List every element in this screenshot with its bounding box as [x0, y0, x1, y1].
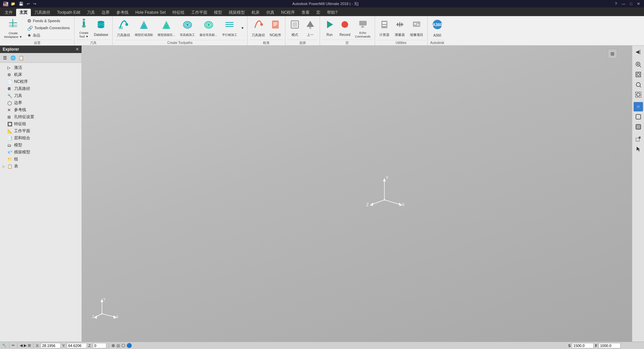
tab-home[interactable]: 主页	[16, 9, 31, 16]
tree-item-machine[interactable]: ⚙ 机床	[0, 71, 82, 78]
zoom-selected-btn[interactable]	[634, 80, 643, 89]
zoom-fit-btn[interactable]	[634, 90, 643, 99]
tree-item-workplane[interactable]: 📐 工作平面	[0, 128, 82, 135]
select-box-btn[interactable]	[634, 134, 643, 144]
tab-toolpath-edit[interactable]: Toolpath Edit	[54, 9, 84, 16]
create-workplane-button[interactable]: CreateWorkplane ▼	[2, 17, 24, 39]
inspect-group-label: 检查	[250, 40, 283, 45]
explorer-list-view[interactable]: ☰	[1, 54, 9, 61]
explorer-globe-view[interactable]: 🌐	[9, 54, 17, 61]
viewport[interactable]: ⊞ Y X Z	[82, 46, 632, 342]
maximize-btn[interactable]: □	[629, 2, 634, 6]
parallel-finish-button[interactable]: 平行精加工	[220, 17, 239, 39]
tree-item-group[interactable]: 📁 组	[0, 156, 82, 163]
quick-redo[interactable]: ↪	[32, 2, 37, 6]
mode-button[interactable]: 模式	[287, 17, 302, 39]
help-btn[interactable]: ?	[613, 2, 618, 6]
create-tool-button[interactable]: CreateTool ▼	[76, 17, 91, 39]
echo-commands-button[interactable]: EchoCommands	[353, 17, 373, 39]
feature-setup-label: 孔特征设置	[14, 114, 34, 120]
tab-model[interactable]: 模型	[211, 9, 225, 16]
zoom-model-btn[interactable]	[634, 70, 643, 79]
tab-machine[interactable]: 机床	[248, 9, 263, 16]
model-rest-button[interactable]: 模型残留区...	[156, 17, 177, 39]
explorer-clipboard[interactable]: 📋	[17, 54, 25, 61]
status-arrow-left[interactable]: ◀	[20, 343, 22, 348]
database-button[interactable]: Database	[92, 17, 110, 39]
status-arrow-right[interactable]: ▶	[24, 343, 26, 348]
toolpath-inspect-button[interactable]: 刀具路径	[250, 17, 267, 39]
tab-residual-model[interactable]: 残留模型	[225, 9, 248, 16]
quick-open[interactable]: 📁	[10, 2, 16, 6]
tab-boundary[interactable]: 边界	[98, 9, 113, 16]
tree-item-toolpath[interactable]: 🛠 刀具路径	[0, 85, 82, 92]
tree-item-feature-group[interactable]: 🔲 特征组	[0, 120, 82, 128]
wireframe-view-btn[interactable]	[634, 112, 643, 121]
tree-item-model[interactable]: 🗂 模型	[0, 142, 82, 149]
tab-macro[interactable]: 宏	[313, 9, 324, 16]
select-pointer-btn[interactable]	[634, 144, 643, 154]
tree-item-activate[interactable]: ▷ 激活	[0, 64, 82, 71]
tree-item-table[interactable]: ▷ 📋 表	[0, 163, 82, 170]
nc-program-inspect-button[interactable]: NC程序	[268, 17, 283, 39]
high-efficiency-button[interactable]: 等高精加工	[178, 17, 197, 39]
status-coord-x[interactable]	[41, 343, 61, 348]
toolpath-button[interactable]: 刀具路径	[115, 17, 132, 39]
zoom-window-btn[interactable]	[634, 60, 643, 69]
tab-reference[interactable]: 参考线	[113, 9, 132, 16]
status-icon-target[interactable]: ◎	[116, 343, 120, 348]
status-icon-box[interactable]: ⬡	[121, 343, 125, 348]
tree-item-nc-program[interactable]: 📄 NC程序	[0, 78, 82, 85]
svg-marker-34	[327, 21, 333, 28]
model-area-clear-button[interactable]: 模型区域清除	[133, 17, 155, 39]
tree-item-residual-model[interactable]: 💎 残留模型	[0, 149, 82, 156]
run-button[interactable]: Run	[322, 17, 337, 39]
svg-line-55	[384, 200, 401, 205]
record-button[interactable]: Record	[337, 17, 352, 39]
tab-feature-group[interactable]: 特征组	[169, 9, 188, 16]
tab-file[interactable]: 文件	[1, 9, 16, 16]
tree-item-feature-setup[interactable]: ⊞ 孔特征设置	[0, 113, 82, 120]
tree-item-layer-combo[interactable]: 📑 层和组合	[0, 135, 82, 142]
collapse-panel-btn[interactable]: ◀|	[634, 47, 643, 56]
status-coord-z[interactable]	[93, 343, 106, 348]
tab-hole-feature[interactable]: Hole Feature Set	[132, 9, 169, 16]
more-toolpaths-button[interactable]: ▼	[240, 17, 245, 39]
quick-save[interactable]: 💾	[18, 2, 24, 6]
up-one-button[interactable]: 上一	[303, 17, 318, 39]
a360-button[interactable]: A360 A360	[430, 17, 445, 39]
calculator-label: 计算器	[379, 33, 389, 37]
feeds-speeds-button[interactable]: ⚙ Feeds & Speeds	[25, 17, 72, 24]
quick-undo[interactable]: ↩	[26, 2, 31, 6]
status-sep-2	[17, 343, 17, 348]
tree-item-reference[interactable]: ✕ 参考线	[0, 106, 82, 113]
tab-view[interactable]: 查看	[298, 9, 313, 16]
tab-nc-program[interactable]: NC程序	[278, 9, 298, 16]
misc-button[interactable]: ★ 杂品	[25, 32, 72, 39]
tab-simulation[interactable]: 仿真	[263, 9, 278, 16]
tree-item-boundary[interactable]: ◯ 边界	[0, 99, 82, 106]
tab-tool[interactable]: 刀具	[84, 9, 98, 16]
viewport-fit-btn[interactable]: ⊞	[608, 49, 617, 58]
status-speed-s[interactable]	[572, 343, 594, 348]
status-icon-snap[interactable]: ⊕	[111, 343, 115, 348]
measurement-button[interactable]: 测量器	[392, 17, 407, 39]
status-coord-y[interactable]	[67, 343, 87, 348]
tab-help[interactable]: 帮助?	[324, 9, 341, 16]
utilities-group-label: Utilities	[377, 40, 425, 45]
tree-item-tool[interactable]: 🔧 刀具	[0, 92, 82, 99]
minimize-btn[interactable]: —	[620, 2, 627, 6]
calculator-button[interactable]: 计算器	[377, 17, 392, 39]
best-rest-button[interactable]: 最佳等高精...	[198, 17, 219, 39]
tab-workplane[interactable]: 工作平面	[188, 9, 211, 16]
tab-toolpath[interactable]: 刀具路径	[31, 9, 54, 16]
image-project-button[interactable]: 缩像项目	[408, 17, 425, 39]
status-speed-f[interactable]	[599, 343, 621, 348]
close-btn[interactable]: ✕	[636, 2, 641, 6]
solid-wire-view-btn[interactable]	[634, 122, 643, 132]
shaded-view-btn[interactable]	[634, 102, 643, 111]
svg-rect-24	[225, 26, 233, 27]
status-icon-circle[interactable]: 🔵	[126, 343, 132, 348]
explorer-close[interactable]: ✕	[75, 47, 79, 52]
toolpath-connections-button[interactable]: 🔗 Toolpath Connections	[25, 25, 72, 32]
